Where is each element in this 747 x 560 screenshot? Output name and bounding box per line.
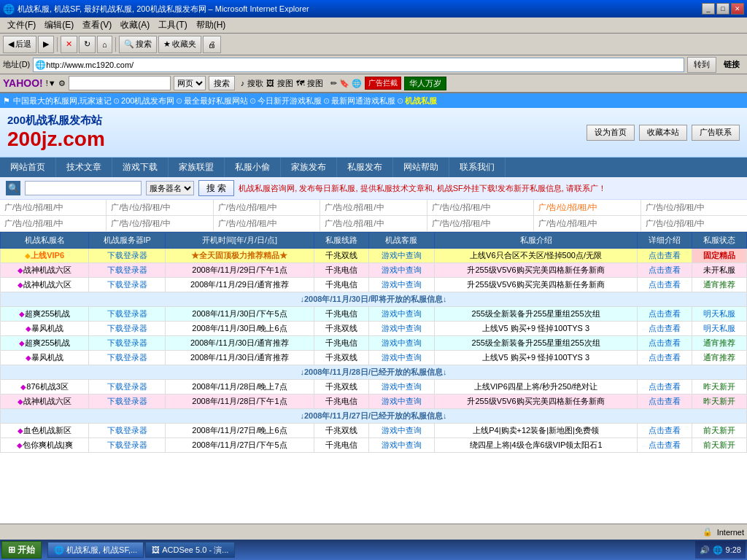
search-button[interactable]: 搜 索: [198, 180, 234, 196]
server-detail[interactable]: 点击查看: [638, 307, 692, 322]
ad-cell-1-4[interactable]: 广/告/位/招/租/中: [320, 200, 427, 215]
ad-cell-2-5[interactable]: 广/告/位/招/租/中: [427, 216, 534, 231]
detail-link[interactable]: 点击查看: [649, 426, 681, 435]
site-nav-link-3[interactable]: 最全最好私服网站: [184, 96, 248, 106]
tab-tech[interactable]: 技术文章: [56, 158, 112, 177]
tab-home[interactable]: 网站首页: [0, 158, 56, 177]
ad-cell-1-1[interactable]: 广/告/位/招/租/中: [0, 200, 107, 215]
server-detail[interactable]: 点击查看: [638, 336, 692, 351]
search-button[interactable]: 🔍 搜索: [119, 36, 157, 53]
service-link[interactable]: 游戏中查询: [382, 265, 422, 274]
address-input[interactable]: [46, 61, 682, 69]
tab-clan[interactable]: 家族联盟: [169, 158, 225, 177]
download-link[interactable]: 下载登录器: [107, 397, 147, 405]
detail-link[interactable]: 点击查看: [649, 280, 681, 289]
server-detail[interactable]: 点击查看: [638, 322, 692, 336]
ad-cell-1-7[interactable]: 广/告/位/招/租/中: [641, 200, 747, 215]
server-service[interactable]: 游戏中查询: [368, 249, 434, 263]
site-nav-link-2[interactable]: 200机战发布网: [121, 96, 174, 106]
ad-cell-1-3[interactable]: 广/告/位/招/租/中: [214, 200, 320, 215]
ad-cell-2-1[interactable]: 广/告/位/招/租/中: [0, 216, 107, 231]
download-link[interactable]: 下载登录器: [107, 324, 147, 332]
tab-contact[interactable]: 联系我们: [449, 158, 506, 177]
start-button[interactable]: ⊞ 开始: [1, 541, 42, 559]
huaren-button[interactable]: 华人万岁: [404, 77, 446, 90]
search-map-label[interactable]: 搜图: [307, 78, 323, 89]
ad-cell-1-5[interactable]: 广/告/位/招/租/中: [427, 200, 534, 215]
service-link[interactable]: 游戏中查询: [382, 426, 422, 435]
yahoo-search-input[interactable]: [69, 76, 171, 90]
menu-help[interactable]: 帮助(H): [192, 18, 231, 33]
download-link[interactable]: 下载登录器: [107, 280, 147, 289]
search-image-label[interactable]: 搜图: [277, 78, 293, 89]
service-link[interactable]: 游戏中查询: [382, 309, 422, 318]
service-link[interactable]: 游戏中查询: [382, 382, 422, 391]
advertise-button[interactable]: 广告联系: [692, 125, 740, 141]
ad-cell-1-2[interactable]: 广/告/位/招/租/中: [107, 200, 213, 215]
links-button[interactable]: 链接: [719, 57, 744, 73]
service-link[interactable]: 游戏中查询: [382, 397, 422, 405]
server-detail[interactable]: 点击查看: [638, 263, 692, 278]
ad-cell-1-6[interactable]: 广/告/位/招/租/中: [534, 200, 640, 215]
download-link[interactable]: 下载登录器: [107, 353, 147, 362]
ad-cell-2-7[interactable]: 广/告/位/招/租/中: [641, 216, 747, 231]
download-link[interactable]: 下载登录器: [107, 440, 147, 449]
download-link[interactable]: 下载登录器: [107, 309, 147, 318]
service-link[interactable]: 游戏中查询: [382, 353, 422, 362]
detail-link[interactable]: 点击查看: [649, 397, 681, 405]
server-detail[interactable]: 点击查看: [638, 394, 692, 409]
yahoo-search-type[interactable]: 网页: [174, 76, 206, 90]
server-detail[interactable]: 点击查看: [638, 424, 692, 438]
service-link[interactable]: 游戏中查询: [382, 251, 422, 260]
menu-view[interactable]: 查看(V): [78, 18, 116, 33]
server-detail[interactable]: 点击查看: [638, 438, 692, 453]
stop-button[interactable]: ✕: [61, 36, 77, 53]
menu-favorites[interactable]: 收藏(A): [116, 18, 154, 33]
tab-help[interactable]: 网站帮助: [393, 158, 449, 177]
server-detail[interactable]: 点击查看: [638, 278, 692, 292]
site-nav-link-4[interactable]: 今日新开游戏私服: [258, 96, 322, 106]
site-nav-link-5[interactable]: 最新网通游戏私服: [331, 96, 395, 106]
detail-link[interactable]: 点击查看: [649, 251, 681, 260]
bookmark-button[interactable]: 收藏本站: [639, 125, 687, 141]
refresh-button[interactable]: ↻: [79, 36, 96, 53]
menu-edit[interactable]: 编辑(E): [40, 18, 78, 33]
ad-cell-2-2[interactable]: 广/告/位/招/租/中: [107, 216, 213, 231]
maximize-button[interactable]: □: [716, 3, 729, 15]
go-button[interactable]: 转到: [687, 57, 716, 73]
server-detail[interactable]: 点击查看: [638, 380, 692, 394]
service-link[interactable]: 游戏中查询: [382, 440, 422, 449]
menu-tools[interactable]: 工具(T): [154, 18, 191, 33]
service-link[interactable]: 游戏中查询: [382, 338, 422, 347]
taskbar-item-browser[interactable]: 🌐 机战私服, 机战SF,...: [47, 542, 144, 558]
search-type-select[interactable]: 服务器名: [146, 181, 194, 195]
ad-cell-2-3[interactable]: 广/告/位/招/租/中: [214, 216, 320, 231]
detail-link[interactable]: 点击查看: [649, 265, 681, 274]
tab-download[interactable]: 游戏下载: [112, 158, 169, 177]
server-ip[interactable]: 下载登录器: [89, 249, 166, 263]
search-input[interactable]: [25, 181, 142, 195]
detail-link[interactable]: 点击查看: [649, 440, 681, 449]
tab-thief[interactable]: 私服小偷: [225, 158, 281, 177]
detail-link[interactable]: 点击查看: [649, 338, 681, 347]
site-nav-link-1[interactable]: 中国最大的私服网,玩家速记: [13, 96, 112, 106]
service-link[interactable]: 游戏中查询: [382, 324, 422, 332]
server-detail[interactable]: 点击查看: [638, 351, 692, 365]
ad-cell-2-6[interactable]: 广/告/位/招/租/中: [534, 216, 640, 231]
menu-file[interactable]: 文件(F): [3, 18, 40, 33]
print-button[interactable]: 🖨: [203, 36, 221, 53]
server-detail[interactable]: 点击查看: [638, 249, 692, 263]
ad-block-button[interactable]: 广告拦截: [365, 77, 401, 90]
detail-link[interactable]: 点击查看: [649, 382, 681, 391]
forward-button[interactable]: ▶: [38, 36, 54, 53]
ad-cell-2-4[interactable]: 广/告/位/招/租/中: [320, 216, 427, 231]
detail-link[interactable]: 点击查看: [649, 324, 681, 332]
download-link[interactable]: 下载登录器: [107, 382, 147, 391]
download-link[interactable]: 下载登录器: [107, 338, 147, 347]
minimize-button[interactable]: _: [702, 3, 715, 15]
home-button[interactable]: ⌂: [97, 36, 112, 53]
favorites-button[interactable]: ★ 收藏夹: [158, 36, 201, 53]
tab-clan-publish[interactable]: 家族发布: [281, 158, 337, 177]
download-link[interactable]: 下载登录器: [107, 265, 147, 274]
download-link[interactable]: 下载登录器: [107, 251, 147, 260]
